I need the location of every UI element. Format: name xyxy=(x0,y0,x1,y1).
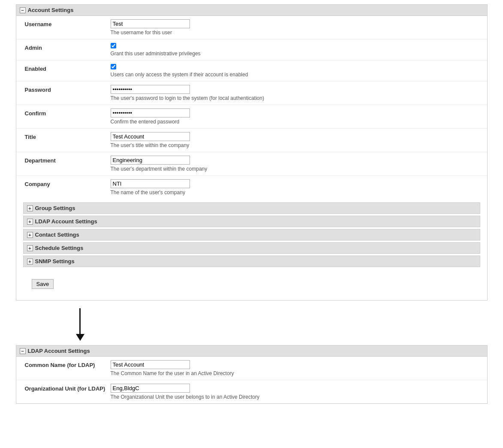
company-label: Company xyxy=(25,179,111,187)
snmp-settings-section: + SNMP Settings xyxy=(23,256,480,267)
contact-settings-section: + Contact Settings xyxy=(23,229,480,241)
password-hint: The user's password to login to the syst… xyxy=(111,95,479,101)
account-settings-body: Username The username for this user Admi… xyxy=(16,16,487,199)
collapse-icon[interactable]: − xyxy=(20,7,26,13)
group-settings-section: + Group Settings xyxy=(23,202,480,214)
ldap-expanded-header[interactable]: − LDAP Account Settings xyxy=(16,346,487,357)
account-settings-title: Account Settings xyxy=(28,7,74,13)
title-row: Title The user's title within the compan… xyxy=(16,129,487,152)
common-name-hint: The Common Name for the user in an Activ… xyxy=(111,370,479,376)
snmp-settings-header[interactable]: + SNMP Settings xyxy=(24,256,480,267)
enabled-control: Users can only access the system if thei… xyxy=(111,64,479,78)
org-unit-label: Organizational Unit (for LDAP) xyxy=(25,384,111,392)
confirm-input[interactable] xyxy=(111,108,190,117)
contact-expand-icon[interactable]: + xyxy=(27,232,33,238)
department-control: The user's department within the company xyxy=(111,156,479,172)
company-row: Company The name of the user's company xyxy=(16,176,487,199)
company-control: The name of the user's company xyxy=(111,179,479,195)
username-row: Username The username for this user xyxy=(16,16,487,39)
title-hint: The user's title within the company xyxy=(111,142,479,148)
company-hint: The name of the user's company xyxy=(111,189,479,195)
confirm-row: Confirm Confirm the entered password xyxy=(16,105,487,129)
enabled-row: Enabled Users can only access the system… xyxy=(16,60,487,81)
org-unit-row: Organizational Unit (for LDAP) The Organ… xyxy=(16,380,487,403)
ldap-collapse-icon[interactable]: − xyxy=(20,348,26,354)
arrow-line xyxy=(79,308,81,334)
save-button[interactable]: Save xyxy=(32,279,54,289)
username-input[interactable] xyxy=(111,19,190,28)
admin-checkbox[interactable] xyxy=(111,43,116,48)
common-name-row: Common Name (for LDAP) The Common Name f… xyxy=(16,357,487,380)
admin-hint: Grant this user administrative privilege… xyxy=(111,51,479,57)
org-unit-control: The Organizational Unit the user belongs… xyxy=(111,384,479,400)
username-hint: The username for this user xyxy=(111,30,479,36)
ldap-expand-icon[interactable]: + xyxy=(27,219,33,225)
ldap-expanded-body: Common Name (for LDAP) The Common Name f… xyxy=(16,357,487,403)
ldap-settings-header[interactable]: + LDAP Account Settings xyxy=(24,216,480,227)
department-label: Department xyxy=(25,156,111,164)
username-label: Username xyxy=(25,19,111,27)
snmp-expand-icon[interactable]: + xyxy=(27,259,33,265)
confirm-label: Confirm xyxy=(25,108,111,117)
title-control: The user's title within the company xyxy=(111,132,479,148)
ldap-settings-label: LDAP Account Settings xyxy=(35,218,97,225)
password-input[interactable] xyxy=(111,85,190,94)
schedule-settings-label: Schedule Settings xyxy=(35,245,84,251)
department-row: Department The user's department within … xyxy=(16,152,487,176)
ldap-expanded-title: LDAP Account Settings xyxy=(28,348,90,354)
password-row: Password The user's password to login to… xyxy=(16,81,487,105)
account-settings-panel: − Account Settings Username The username… xyxy=(16,4,488,301)
group-settings-label: Group Settings xyxy=(35,205,75,211)
arrow-head xyxy=(76,334,84,341)
confirm-control: Confirm the entered password xyxy=(111,108,479,125)
common-name-input[interactable] xyxy=(111,360,190,369)
ldap-settings-section: + LDAP Account Settings xyxy=(23,216,480,227)
password-control: The user's password to login to the syst… xyxy=(111,85,479,101)
department-input[interactable] xyxy=(111,156,190,165)
schedule-expand-icon[interactable]: + xyxy=(27,245,33,251)
admin-label: Admin xyxy=(25,43,111,51)
save-button-container: Save xyxy=(16,271,487,300)
username-control: The username for this user xyxy=(111,19,479,36)
org-unit-input[interactable] xyxy=(111,384,190,393)
enabled-hint: Users can only access the system if thei… xyxy=(111,72,479,78)
group-settings-header[interactable]: + Group Settings xyxy=(24,203,480,213)
enabled-checkbox[interactable] xyxy=(111,64,116,69)
admin-control: Grant this user administrative privilege… xyxy=(111,43,479,57)
schedule-settings-section: + Schedule Settings xyxy=(23,242,480,254)
schedule-settings-header[interactable]: + Schedule Settings xyxy=(24,243,480,253)
account-settings-header[interactable]: − Account Settings xyxy=(16,5,487,16)
org-unit-hint: The Organizational Unit the user belongs… xyxy=(111,394,479,400)
enabled-label: Enabled xyxy=(25,64,111,72)
admin-row: Admin Grant this user administrative pri… xyxy=(16,39,487,60)
ldap-expanded-panel: − LDAP Account Settings Common Name (for… xyxy=(16,345,488,404)
confirm-hint: Confirm the entered password xyxy=(111,119,479,125)
common-name-label: Common Name (for LDAP) xyxy=(25,360,111,368)
arrow-down xyxy=(76,308,84,341)
contact-settings-label: Contact Settings xyxy=(35,232,79,238)
company-input[interactable] xyxy=(111,179,190,188)
title-label: Title xyxy=(25,132,111,140)
common-name-control: The Common Name for the user in an Activ… xyxy=(111,360,479,376)
group-expand-icon[interactable]: + xyxy=(27,205,33,211)
contact-settings-header[interactable]: + Contact Settings xyxy=(24,229,480,240)
department-hint: The user's department within the company xyxy=(111,166,479,172)
snmp-settings-label: SNMP Settings xyxy=(35,258,75,265)
title-input[interactable] xyxy=(111,132,190,141)
collapsed-sections-container: + Group Settings + LDAP Account Settings… xyxy=(16,199,487,271)
arrow-indicator xyxy=(16,308,488,341)
password-label: Password xyxy=(25,85,111,93)
